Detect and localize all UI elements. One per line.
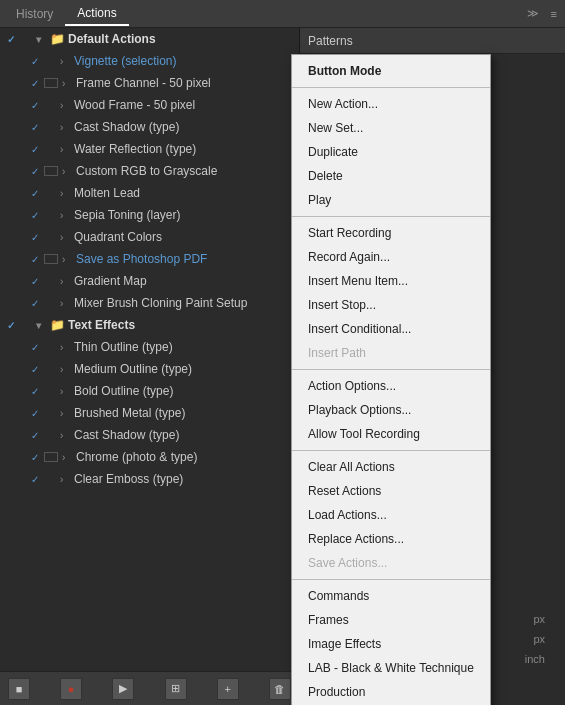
action-cast-shadow[interactable]: ✓ › Cast Shadow (type) bbox=[0, 116, 299, 138]
menu-record-again[interactable]: Record Again... bbox=[292, 245, 490, 269]
label-custom-rgb: Custom RGB to Grayscale bbox=[76, 164, 295, 178]
context-menu: Button Mode New Action... New Set... Dup… bbox=[291, 54, 491, 705]
action-mixer-brush[interactable]: ✓ › Mixer Brush Cloning Paint Setup bbox=[0, 292, 299, 314]
expand-medium-outline: › bbox=[60, 364, 72, 375]
expand-default: ▾ bbox=[36, 34, 48, 45]
menu-action-options[interactable]: Action Options... bbox=[292, 374, 490, 398]
action-molten-lead[interactable]: ✓ › Molten Lead bbox=[0, 182, 299, 204]
left-panel: ✓ ▾ 📁 Default Actions ✓ › Vignette (sele… bbox=[0, 28, 300, 705]
check-chrome: ✓ bbox=[28, 450, 42, 464]
expand-vignette: › bbox=[60, 56, 72, 67]
actions-list[interactable]: ✓ ▾ 📁 Default Actions ✓ › Vignette (sele… bbox=[0, 28, 299, 671]
context-menu-overlay: Button Mode New Action... New Set... Dup… bbox=[291, 54, 491, 705]
record-custom-rgb bbox=[44, 166, 58, 176]
action-frame-channel[interactable]: ✓ › Frame Channel - 50 pixel bbox=[0, 72, 299, 94]
folder-default-icon: 📁 bbox=[50, 32, 64, 46]
action-medium-outline[interactable]: ✓ › Medium Outline (type) bbox=[0, 358, 299, 380]
action-quadrant[interactable]: ✓ › Quadrant Colors bbox=[0, 226, 299, 248]
menu-allow-tool-recording[interactable]: Allow Tool Recording bbox=[292, 422, 490, 446]
menu-commands[interactable]: Commands bbox=[292, 584, 490, 608]
action-thin-outline[interactable]: ✓ › Thin Outline (type) bbox=[0, 336, 299, 358]
stop-button[interactable]: ■ bbox=[8, 678, 30, 700]
record-bold-outline bbox=[44, 384, 58, 398]
expand-molten-lead: › bbox=[60, 188, 72, 199]
check-cast-shadow2: ✓ bbox=[28, 428, 42, 442]
expand-brushed-metal: › bbox=[60, 408, 72, 419]
separator-2 bbox=[292, 216, 490, 217]
label-cast-shadow: Cast Shadow (type) bbox=[74, 120, 295, 134]
action-vignette[interactable]: ✓ › Vignette (selection) bbox=[0, 50, 299, 72]
action-cast-shadow2[interactable]: ✓ › Cast Shadow (type) bbox=[0, 424, 299, 446]
menu-load-actions[interactable]: Load Actions... bbox=[292, 503, 490, 527]
action-bold-outline[interactable]: ✓ › Bold Outline (type) bbox=[0, 380, 299, 402]
menu-insert-menu-item[interactable]: Insert Menu Item... bbox=[292, 269, 490, 293]
delete-button[interactable]: 🗑 bbox=[269, 678, 291, 700]
menu-new-set[interactable]: New Set... bbox=[292, 116, 490, 140]
inch-label: inch bbox=[525, 653, 545, 665]
expand-quadrant: › bbox=[60, 232, 72, 243]
tab-history[interactable]: History bbox=[4, 3, 65, 25]
menu-reset-actions[interactable]: Reset Actions bbox=[292, 479, 490, 503]
check-thin-outline: ✓ bbox=[28, 340, 42, 354]
menu-save-actions: Save Actions... bbox=[292, 551, 490, 575]
record-cast-shadow2 bbox=[44, 428, 58, 442]
menu-frames[interactable]: Frames bbox=[292, 608, 490, 632]
menu-replace-actions[interactable]: Replace Actions... bbox=[292, 527, 490, 551]
expand-text-effects: ▾ bbox=[36, 320, 48, 331]
action-chrome[interactable]: ✓ › Chrome (photo & type) bbox=[0, 446, 299, 468]
action-water-reflection[interactable]: ✓ › Water Reflection (type) bbox=[0, 138, 299, 160]
record-gradient-map bbox=[44, 274, 58, 288]
group-text-effects[interactable]: ✓ ▾ 📁 Text Effects bbox=[0, 314, 299, 336]
panel-menu-icon[interactable]: ≡ bbox=[547, 6, 561, 22]
label-clear-emboss: Clear Emboss (type) bbox=[74, 472, 295, 486]
check-mixer-brush: ✓ bbox=[28, 296, 42, 310]
action-save-pdf[interactable]: ✓ › Save as Photoshop PDF bbox=[0, 248, 299, 270]
menu-play[interactable]: Play bbox=[292, 188, 490, 212]
menu-image-effects[interactable]: Image Effects bbox=[292, 632, 490, 656]
px-label-2: px bbox=[533, 633, 545, 645]
tab-actions[interactable]: Actions bbox=[65, 2, 128, 26]
expand-wood-frame: › bbox=[60, 100, 72, 111]
menu-playback-options[interactable]: Playback Options... bbox=[292, 398, 490, 422]
expand-gradient-map: › bbox=[60, 276, 72, 287]
check-vignette: ✓ bbox=[28, 54, 42, 68]
record-frame-channel bbox=[44, 78, 58, 88]
new-set-button[interactable]: ⊞ bbox=[165, 678, 187, 700]
action-custom-rgb[interactable]: ✓ › Custom RGB to Grayscale bbox=[0, 160, 299, 182]
new-action-button[interactable]: + bbox=[217, 678, 239, 700]
action-brushed-metal[interactable]: ✓ › Brushed Metal (type) bbox=[0, 402, 299, 424]
record-brushed-metal bbox=[44, 406, 58, 420]
action-clear-emboss[interactable]: ✓ › Clear Emboss (type) bbox=[0, 468, 299, 490]
check-medium-outline: ✓ bbox=[28, 362, 42, 376]
action-wood-frame[interactable]: ✓ › Wood Frame - 50 pixel bbox=[0, 94, 299, 116]
menu-insert-conditional[interactable]: Insert Conditional... bbox=[292, 317, 490, 341]
label-sepia: Sepia Toning (layer) bbox=[74, 208, 295, 222]
group-default-actions[interactable]: ✓ ▾ 📁 Default Actions bbox=[0, 28, 299, 50]
label-quadrant: Quadrant Colors bbox=[74, 230, 295, 244]
top-bar: History Actions ≫ ≡ bbox=[0, 0, 565, 28]
expand-sepia: › bbox=[60, 210, 72, 221]
check-water-reflection: ✓ bbox=[28, 142, 42, 156]
label-molten-lead: Molten Lead bbox=[74, 186, 295, 200]
right-panel-header: Patterns bbox=[300, 28, 565, 54]
action-gradient-map[interactable]: ✓ › Gradient Map bbox=[0, 270, 299, 292]
menu-start-recording[interactable]: Start Recording bbox=[292, 221, 490, 245]
menu-clear-all-actions[interactable]: Clear All Actions bbox=[292, 455, 490, 479]
menu-lab-bw[interactable]: LAB - Black & White Technique bbox=[292, 656, 490, 680]
label-water-reflection: Water Reflection (type) bbox=[74, 142, 295, 156]
action-sepia[interactable]: ✓ › Sepia Toning (layer) bbox=[0, 204, 299, 226]
menu-button-mode[interactable]: Button Mode bbox=[292, 59, 490, 83]
record-medium-outline bbox=[44, 362, 58, 376]
label-brushed-metal: Brushed Metal (type) bbox=[74, 406, 295, 420]
menu-duplicate[interactable]: Duplicate bbox=[292, 140, 490, 164]
menu-insert-stop[interactable]: Insert Stop... bbox=[292, 293, 490, 317]
record-button[interactable]: ● bbox=[60, 678, 82, 700]
play-button[interactable]: ▶ bbox=[112, 678, 134, 700]
expand-panels-icon[interactable]: ≫ bbox=[523, 5, 543, 22]
menu-new-action[interactable]: New Action... bbox=[292, 92, 490, 116]
bottom-toolbar: ■ ● ▶ ⊞ + 🗑 bbox=[0, 671, 299, 705]
menu-production[interactable]: Production bbox=[292, 680, 490, 704]
top-bar-icons: ≫ ≡ bbox=[523, 5, 561, 22]
menu-delete[interactable]: Delete bbox=[292, 164, 490, 188]
record-default bbox=[20, 32, 34, 46]
